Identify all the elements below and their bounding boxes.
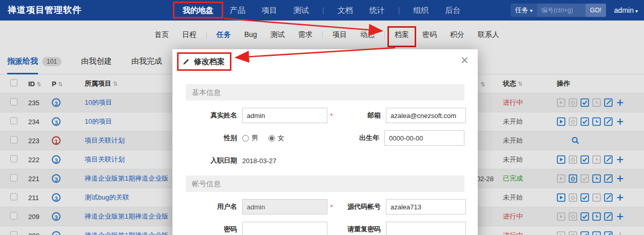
user-menu[interactable]: admin▾ [614,6,638,14]
topnav-item[interactable]: 后台 [437,0,469,21]
project-link[interactable]: 禅道企业版第1期禅道企业版 [85,174,168,182]
tab[interactable]: 指派给我101 [7,49,62,74]
edit-task-icon[interactable] [604,174,613,183]
subnav-item[interactable]: 积分 [443,21,471,49]
sub-navbar: 首页日程任务Bug测试需求项目动态档案密码积分联系人 [0,21,644,49]
hidden-column-sort[interactable]: ⇅ [479,80,485,88]
row-checkbox[interactable] [10,193,17,201]
record-hours-icon[interactable] [592,231,601,235]
subnav-item[interactable]: 测试 [264,21,291,49]
finish-task-icon[interactable] [580,231,589,235]
subnav-item[interactable]: 档案 [388,21,416,49]
password-field[interactable] [242,222,327,235]
project-link[interactable]: 项目关联计划 [85,136,125,144]
row-checkbox[interactable] [10,174,17,182]
project-link[interactable]: 测试bug的关联 [85,193,129,201]
task-id: 221 [28,175,40,183]
modal-body: 基本信息 真实姓名 * 邮箱 性别 男 女 出生年 入职日期 2018-03-2… [172,84,478,235]
select-all-checkbox[interactable] [10,80,17,87]
header-status[interactable]: 状态⇅ [503,79,522,88]
search-input[interactable] [537,4,586,17]
project-link[interactable]: 10的项目 [85,99,112,106]
finish-task-icon[interactable] [580,212,589,221]
record-hours-icon[interactable] [592,118,601,126]
finish-task-icon[interactable] [580,118,589,126]
add-subtask-icon[interactable] [616,212,625,221]
add-subtask-icon[interactable] [616,193,625,202]
email-field[interactable] [386,108,466,123]
topnav-item[interactable]: 测试 [285,0,317,21]
close-icon[interactable]: × [461,53,469,67]
search-type-dropdown[interactable]: 任务▾ [511,4,537,17]
subnav-item[interactable]: 联系人 [471,21,506,49]
realname-field[interactable] [242,108,327,123]
close-task-icon[interactable] [569,174,577,183]
row-checkbox[interactable] [10,155,17,163]
row-checkbox[interactable] [10,136,17,144]
status-label: 进行中 [503,98,523,107]
account-field [242,199,327,214]
finish-task-icon[interactable] [580,193,589,202]
topnav-item[interactable]: 统计 [361,0,393,21]
topnav-item[interactable]: 组织 [405,0,437,21]
start-task-icon[interactable] [557,193,565,202]
topnav-item[interactable]: 文档 [329,0,361,21]
header-project[interactable]: 所属项目⇅ [85,79,118,88]
add-subtask-icon[interactable] [616,118,625,126]
edit-task-icon[interactable] [604,118,613,126]
priority-badge: 3 [52,118,61,126]
gender-female-label: 女 [278,133,284,143]
topnav-item[interactable]: 产品 [222,0,253,21]
add-subtask-icon[interactable] [616,174,625,183]
tab[interactable]: 由我创建 [81,49,112,74]
gender-female-radio[interactable] [268,135,275,142]
password2-field[interactable] [386,222,466,235]
subnav-item[interactable]: 任务 [210,21,238,49]
row-checkbox[interactable] [10,118,17,125]
subnav-item[interactable]: 需求 [291,21,319,49]
finish-task-icon[interactable] [580,99,589,107]
edit-task-icon[interactable] [604,193,613,202]
start-task-icon [557,212,565,221]
status-label: 已完成 [503,174,523,183]
row-checkbox[interactable] [10,231,17,235]
subnav-item[interactable]: 密码 [416,21,443,49]
view-task-icon[interactable] [571,136,580,145]
edit-task-icon[interactable] [604,155,613,164]
task-id: 223 [28,137,40,145]
topnav-item[interactable]: 我的地盘 [174,0,222,21]
gender-male-radio[interactable] [242,135,249,142]
add-subtask-icon[interactable] [616,155,625,164]
start-task-icon[interactable] [557,118,565,126]
go-button[interactable]: GO! [586,4,606,17]
tab[interactable]: 由我完成 [131,49,162,74]
row-checkbox[interactable] [10,99,17,106]
project-link[interactable]: 10的项目 [85,118,112,125]
edit-task-icon[interactable] [604,212,613,221]
record-hours-icon[interactable] [592,174,601,183]
start-task-icon [557,99,565,107]
header-priority[interactable]: P⇅ [52,80,63,88]
subnav-item[interactable]: 首页 [148,21,175,49]
subnav-item[interactable]: 动态 [354,21,381,49]
birthyear-field[interactable] [384,130,464,146]
header-id[interactable]: ID⇅ [28,80,41,88]
project-link[interactable]: 项目关联计划 [85,155,125,163]
start-task-icon[interactable] [557,155,565,164]
row-checkbox[interactable] [10,212,17,220]
subnav-item[interactable]: 项目 [326,21,354,49]
topnav-item[interactable]: 项目 [253,0,285,21]
commiter-field[interactable] [386,199,466,214]
finish-task-icon[interactable] [580,155,589,164]
subnav-item[interactable]: 日程 [175,21,203,49]
add-subtask-icon [616,231,625,235]
edit-task-icon[interactable] [604,231,613,235]
edit-task-icon[interactable] [604,99,613,107]
finish-task-icon [580,174,589,183]
add-subtask-icon[interactable] [616,99,625,107]
record-hours-icon[interactable] [592,212,601,221]
subnav-item[interactable]: Bug [238,21,264,49]
status-label: 进行中 [503,212,523,221]
project-link[interactable]: 禅道企业版第1期禅道企业版 [85,212,168,220]
project-link[interactable]: 禅道企业版第1期禅道企业版 [85,231,168,235]
